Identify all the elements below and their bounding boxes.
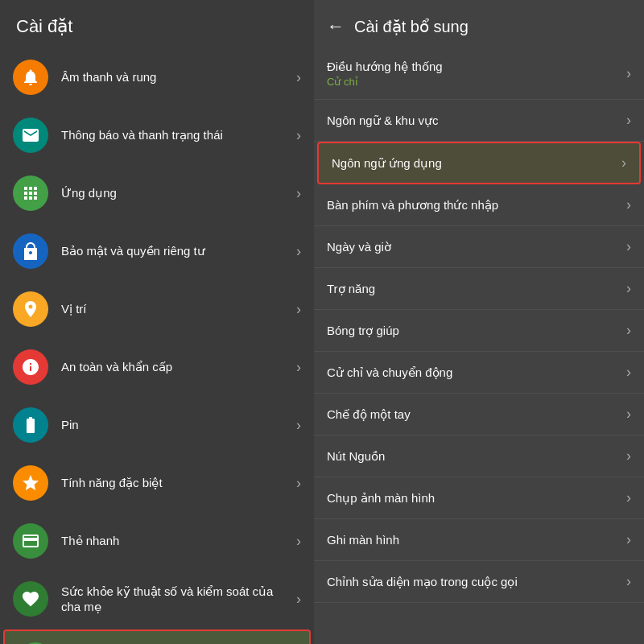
right-menu-item-content: Ngôn ngữ ứng dụng <box>332 156 621 171</box>
chevron-right-icon: › <box>626 573 631 590</box>
health-icon <box>13 581 48 617</box>
right-panel-header: ← Cài đặt bổ sung <box>314 0 644 48</box>
chevron-right-icon: › <box>626 406 631 423</box>
sidebar-item-label: Âm thanh và rung <box>61 69 290 85</box>
right-menu-item-content: Điều hướng hệ thốngCử chỉ <box>327 60 626 88</box>
right-menu-item-chup-anh[interactable]: Chụp ảnh màn hình› <box>314 477 644 519</box>
right-menu-item-nut-nguon[interactable]: Nút Nguồn› <box>314 436 644 477</box>
sidebar-item-label: Bảo mật và quyền riêng tư <box>61 243 290 259</box>
back-button[interactable]: ← <box>327 16 345 37</box>
right-menu-item-title: Chỉnh sửa diện mạo trong cuộc gọi <box>327 575 626 589</box>
right-menu-item-title: Ghi màn hình <box>327 533 626 547</box>
right-menu-item-content: Nút Nguồn <box>327 449 626 464</box>
chevron-right-icon: › <box>626 531 631 548</box>
right-menu-item-title: Nút Nguồn <box>327 449 626 464</box>
right-menu-item-content: Chế độ một tay <box>327 407 626 422</box>
right-menu-item-chinh-sua-dien-mao[interactable]: Chỉnh sửa diện mạo trong cuộc gọi› <box>314 561 644 603</box>
chevron-right-icon: › <box>296 359 301 376</box>
sidebar-item-label: Vị trí <box>61 301 290 317</box>
sidebar-item-pin[interactable]: Pin› <box>0 396 314 454</box>
chevron-right-icon: › <box>621 155 626 171</box>
notification-icon <box>13 118 48 153</box>
location-icon <box>13 291 48 327</box>
right-panel: ← Cài đặt bổ sung Điều hướng hệ thốngCử … <box>314 0 644 644</box>
chevron-right-icon: › <box>626 65 631 82</box>
right-menu-item-cu-chi-chuyen-dong[interactable]: Cử chỉ và chuyển động› <box>314 352 644 394</box>
right-menu-item-content: Bàn phím và phương thức nhập <box>327 198 626 213</box>
left-menu: Âm thanh và rung›Thông báo và thanh trạn… <box>0 48 314 644</box>
card-icon <box>13 523 48 559</box>
right-menu-item-bong-tro-giup[interactable]: Bóng trợ giúp› <box>314 310 644 352</box>
right-menu-item-title: Bóng trợ giúp <box>327 324 626 338</box>
right-menu-item-title: Điều hướng hệ thống <box>327 60 626 74</box>
sidebar-item-label: Thông báo và thanh trạng thái <box>61 127 290 143</box>
emergency-icon <box>13 349 48 385</box>
right-menu-item-title: Ngôn ngữ ứng dụng <box>332 156 621 171</box>
right-menu-item-title: Chế độ một tay <box>327 407 626 422</box>
sidebar-item-am-thanh[interactable]: Âm thanh và rung› <box>0 48 314 106</box>
left-panel: Cài đặt Âm thanh và rung›Thông báo và th… <box>0 0 314 644</box>
sidebar-item-label: Ứng dụng <box>61 185 290 201</box>
sidebar-item-the-nhanh[interactable]: Thẻ nhanh› <box>0 512 314 570</box>
right-menu-item-title: Cử chỉ và chuyển động <box>327 365 626 380</box>
right-menu: Điều hướng hệ thốngCử chỉ›Ngôn ngữ & khu… <box>314 48 644 603</box>
right-menu-item-content: Ngôn ngữ & khu vực <box>327 114 626 128</box>
chevron-right-icon: › <box>296 533 301 550</box>
right-menu-item-title: Trợ năng <box>327 282 626 296</box>
right-menu-item-title: Ngôn ngữ & khu vực <box>327 114 626 128</box>
right-menu-item-ngay-gio[interactable]: Ngày và giờ› <box>314 226 644 268</box>
right-menu-item-ban-phim[interactable]: Bàn phím và phương thức nhập› <box>314 184 644 226</box>
right-menu-item-ngon-ngu-ung-dung[interactable]: Ngôn ngữ ứng dụng› <box>317 142 641 184</box>
battery-icon <box>13 407 48 443</box>
sidebar-item-ung-dung[interactable]: Ứng dụng› <box>0 164 314 222</box>
left-panel-title: Cài đặt <box>0 0 314 48</box>
chevron-right-icon: › <box>296 127 301 144</box>
right-menu-item-content: Ghi màn hình <box>327 533 626 547</box>
chevron-right-icon: › <box>626 364 631 381</box>
sidebar-item-cai-dat-bo-sung[interactable]: Cài đặt bổ sung› <box>3 630 311 644</box>
chevron-right-icon: › <box>296 475 301 492</box>
chevron-right-icon: › <box>296 243 301 260</box>
sidebar-item-label: Thẻ nhanh <box>61 533 290 549</box>
sidebar-item-an-toan[interactable]: An toàn và khẩn cấp› <box>0 338 314 396</box>
right-menu-item-title: Chụp ảnh màn hình <box>327 491 626 506</box>
chevron-right-icon: › <box>626 196 631 213</box>
right-menu-item-dieu-huong[interactable]: Điều hướng hệ thốngCử chỉ› <box>314 48 644 100</box>
right-menu-item-tro-nang[interactable]: Trợ năng› <box>314 268 644 310</box>
chevron-right-icon: › <box>296 301 301 318</box>
chevron-right-icon: › <box>626 280 631 297</box>
right-menu-item-content: Cử chỉ và chuyển động <box>327 365 626 380</box>
sidebar-item-label: An toàn và khẩn cấp <box>61 359 290 375</box>
sidebar-item-label: Sức khỏe kỹ thuật số và kiểm soát của ch… <box>61 584 290 615</box>
bell-icon <box>13 60 48 95</box>
chevron-right-icon: › <box>296 69 301 86</box>
star-icon <box>13 465 48 501</box>
sidebar-item-vi-tri[interactable]: Vị trí› <box>0 280 314 338</box>
right-menu-item-subtitle: Cử chỉ <box>327 76 626 88</box>
right-menu-item-ngon-ngu-khu-vuc[interactable]: Ngôn ngữ & khu vực› <box>314 100 644 142</box>
sidebar-item-label: Pin <box>61 417 290 433</box>
sidebar-item-suc-khoe[interactable]: Sức khỏe kỹ thuật số và kiểm soát của ch… <box>0 570 314 628</box>
right-menu-item-content: Bóng trợ giúp <box>327 324 626 338</box>
lock-icon <box>13 233 48 269</box>
right-menu-item-content: Chụp ảnh màn hình <box>327 491 626 506</box>
chevron-right-icon: › <box>626 238 631 255</box>
right-menu-item-title: Ngày và giờ <box>327 240 626 254</box>
sidebar-item-bao-mat[interactable]: Bảo mật và quyền riêng tư› <box>0 222 314 280</box>
sidebar-item-tinh-nang[interactable]: Tính năng đặc biệt› <box>0 454 314 512</box>
chevron-right-icon: › <box>296 417 301 434</box>
sidebar-item-label: Tính năng đặc biệt <box>61 475 290 491</box>
chevron-right-icon: › <box>296 185 301 202</box>
chevron-right-icon: › <box>626 489 631 506</box>
apps-icon <box>13 175 48 211</box>
chevron-right-icon: › <box>296 591 301 608</box>
right-menu-item-che-do-mot-tay[interactable]: Chế độ một tay› <box>314 394 644 436</box>
right-menu-item-content: Chỉnh sửa diện mạo trong cuộc gọi <box>327 575 626 589</box>
right-menu-item-content: Trợ năng <box>327 282 626 296</box>
right-menu-item-title: Bàn phím và phương thức nhập <box>327 198 626 213</box>
right-menu-item-ghi-man-hinh[interactable]: Ghi màn hình› <box>314 519 644 561</box>
chevron-right-icon: › <box>626 112 631 129</box>
chevron-right-icon: › <box>626 322 631 339</box>
sidebar-item-thong-bao[interactable]: Thông báo và thanh trạng thái› <box>0 106 314 164</box>
right-menu-item-content: Ngày và giờ <box>327 240 626 254</box>
